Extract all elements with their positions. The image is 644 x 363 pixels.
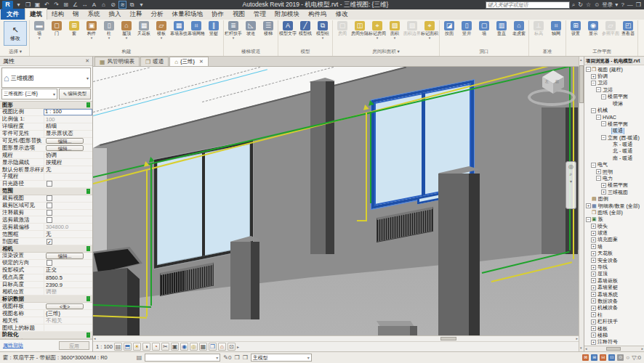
tree-item[interactable]: −喷淋: [584, 100, 644, 107]
tree-item[interactable]: +喷头: [584, 223, 644, 229]
column-right-side[interactable]: [469, 174, 480, 335]
menu-tab-8[interactable]: 体量和场地: [168, 9, 208, 20]
checkbox[interactable]: ✓: [47, 239, 52, 245]
ribbon-button-show[interactable]: ◉显示: [584, 20, 602, 36]
tree-item[interactable]: +机械设备: [584, 305, 644, 311]
ribbon-group-label[interactable]: 构建: [31, 49, 222, 56]
checkbox[interactable]: [47, 203, 52, 208]
modify-button[interactable]: ↖ 修改: [4, 21, 27, 46]
ribbon-button-curtain-grid[interactable]: ⌗幕墙网格: [188, 20, 205, 36]
property-value[interactable]: 8560.5: [44, 274, 92, 281]
column-right[interactable]: [438, 174, 469, 335]
expand-icon[interactable]: +: [596, 169, 601, 174]
property-value[interactable]: [44, 325, 92, 331]
pipe-yellow-drop-left[interactable]: [146, 169, 148, 317]
menu-tab-2[interactable]: 结构: [47, 9, 68, 20]
ribbon-button-curtain-system[interactable]: ▦幕墙系统: [170, 20, 188, 36]
print-icon[interactable]: ⊞: [62, 1, 70, 9]
ribbon-button-railing[interactable]: ≣栏杆扶手▾: [225, 20, 242, 39]
ribbon-button-viewer[interactable]: ◰查看器: [619, 20, 637, 36]
property-value[interactable]: 调整: [44, 288, 92, 295]
tree-item[interactable]: +导线: [584, 264, 644, 270]
sync-icon[interactable]: ↻: [577, 1, 584, 9]
ribbon-button-room[interactable]: ▢房间: [334, 20, 351, 36]
checkbox[interactable]: [47, 210, 52, 216]
property-value[interactable]: 协调: [44, 152, 92, 158]
show-crop-icon[interactable]: ▣: [171, 343, 179, 351]
menu-tab-9[interactable]: 协作: [207, 9, 228, 20]
property-value[interactable]: {三维}: [44, 310, 92, 317]
collapse-icon[interactable]: −: [591, 108, 596, 113]
expand-icon[interactable]: +: [591, 272, 596, 277]
checkbox[interactable]: [47, 260, 52, 266]
menu-tab-12[interactable]: 附加模块: [270, 9, 304, 20]
collapse-icon[interactable]: −: [591, 81, 596, 86]
canvas-hscrollbar[interactable]: ◂ ▸: [93, 335, 579, 341]
browser-hscrollbar[interactable]: ◂ ▸: [584, 346, 644, 351]
tree-item[interactable]: +屋顶: [584, 271, 644, 277]
select-links-icon[interactable]: ⊟: [600, 354, 606, 361]
expand-icon[interactable]: +: [591, 306, 596, 311]
property-value[interactable]: 100: [44, 116, 92, 123]
close-icon[interactable]: ✕: [85, 58, 89, 64]
menu-tab-10[interactable]: 视图: [228, 9, 249, 20]
collapse-icon[interactable]: −: [591, 163, 596, 168]
tree-item[interactable]: +楼层平面: [584, 182, 644, 189]
close-icon[interactable]: ✕: [199, 59, 204, 65]
3d-viewport[interactable]: 左 前 ◎ ⌕ ▾: [93, 67, 579, 335]
viewcube[interactable]: 左 前: [542, 70, 564, 94]
select-by-face-icon[interactable]: ○: [626, 354, 629, 361]
expand-icon[interactable]: +: [586, 203, 591, 208]
scale-control[interactable]: 1 : 100: [96, 343, 113, 350]
analytical-model-icon[interactable]: ⌂: [218, 343, 226, 351]
sign-in-link[interactable]: 登录: [602, 1, 613, 9]
tree-item[interactable]: +▦明细表/数量 (全部): [584, 203, 644, 209]
menu-expand-icon[interactable]: ▾: [15, 1, 23, 9]
tree-item[interactable]: +安全设备: [584, 257, 644, 264]
column-left-side[interactable]: [251, 242, 259, 319]
navigation-bar[interactable]: ◎ ⌕ ▾: [565, 161, 576, 209]
tree-item[interactable]: +协调: [584, 73, 644, 79]
properties-help-link[interactable]: 属性帮助: [3, 342, 23, 349]
filter-icon[interactable]: ▽:0: [632, 354, 641, 361]
ribbon-button-stair[interactable]: ☰楼梯: [259, 20, 277, 36]
worksets-dropdown[interactable]: ▾: [145, 354, 220, 362]
constraints-icon[interactable]: ⊡: [228, 343, 236, 351]
tree-item[interactable]: +坡道: [584, 229, 644, 236]
box-side-face[interactable]: [127, 268, 140, 335]
edit-button[interactable]: 编辑...: [46, 253, 84, 259]
exclude-options-icon[interactable]: ⊠: [582, 354, 589, 361]
collapse-icon[interactable]: −: [601, 94, 606, 99]
menu-tab-13[interactable]: 构件坞: [304, 9, 331, 20]
tree-item[interactable]: −▤图例: [584, 195, 644, 202]
ribbon-button-wall[interactable]: ▬墙▾: [31, 20, 48, 39]
zoom-icon[interactable]: ⌕: [570, 171, 573, 177]
select-pinned-icon[interactable]: ⊙: [617, 354, 624, 361]
ribbon-button-by-face[interactable]: ◪按面: [440, 20, 458, 36]
property-value[interactable]: 正交: [44, 267, 92, 274]
switch-windows-icon[interactable]: ⧉: [128, 1, 136, 9]
tree-item[interactable]: +楼板: [584, 325, 644, 332]
tree-item[interactable]: −北 - 暖通: [584, 148, 644, 155]
measure-icon[interactable]: ∠: [71, 1, 79, 9]
aligned-dimension-icon[interactable]: ↔: [81, 1, 89, 9]
tree-item[interactable]: +柱: [584, 311, 644, 318]
ribbon-button-tag-room[interactable]: ⌖标记房间▾: [369, 20, 386, 39]
favorites-icon[interactable]: ☆: [585, 1, 592, 9]
expand-icon[interactable]: +: [591, 74, 596, 79]
tree-item[interactable]: +天花板: [584, 250, 644, 257]
redo-icon[interactable]: ↷: [52, 1, 60, 9]
temporary-view-properties-icon[interactable]: ▦: [199, 343, 207, 351]
expand-icon[interactable]: +: [591, 298, 596, 303]
expand-icon[interactable]: +: [591, 319, 596, 325]
property-value[interactable]: 按规程: [44, 159, 92, 166]
tree-item[interactable]: +幕墙嵌板: [584, 277, 644, 284]
ribbon-button-ceiling[interactable]: ▦天花板: [135, 20, 153, 36]
help-icon[interactable]: ?: [620, 1, 624, 9]
tree-item[interactable]: −楼层平面: [584, 94, 644, 100]
collapse-icon[interactable]: −: [586, 217, 591, 222]
edit-type-button[interactable]: ✎ 编辑类型: [59, 89, 91, 99]
visual-style-icon[interactable]: ⬒: [124, 343, 132, 351]
tree-item[interactable]: +照明: [584, 168, 644, 175]
app-store-icon[interactable]: ▾: [614, 1, 619, 9]
